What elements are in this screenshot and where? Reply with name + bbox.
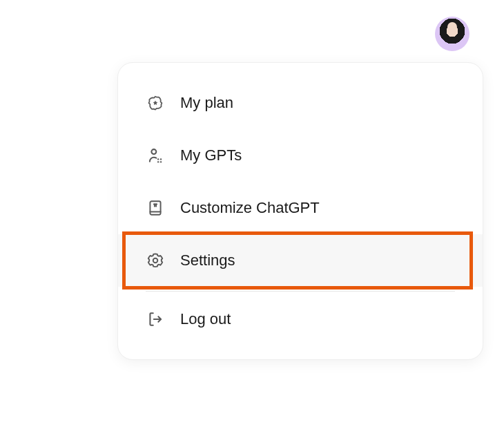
svg-point-4 [160, 161, 162, 162]
svg-point-1 [157, 158, 159, 160]
gear-icon [146, 251, 165, 270]
svg-rect-5 [150, 201, 160, 215]
user-menu: My plan My GPTs Customize ChatG [117, 62, 483, 360]
menu-item-customize-chatgpt[interactable]: Customize ChatGPT [118, 182, 483, 234]
log-out-icon [146, 310, 165, 329]
badge-star-icon [146, 93, 165, 113]
user-avatar[interactable] [435, 17, 469, 51]
menu-item-label: Customize ChatGPT [180, 199, 320, 217]
menu-item-my-gpts[interactable]: My GPTs [118, 129, 483, 182]
menu-divider [146, 291, 455, 292]
svg-point-0 [151, 149, 156, 154]
menu-item-log-out[interactable]: Log out [118, 293, 483, 345]
menu-item-label: Settings [180, 252, 235, 269]
menu-item-settings[interactable]: Settings [118, 234, 483, 287]
menu-item-label: My GPTs [180, 146, 242, 164]
instructions-book-icon [146, 198, 165, 218]
annotation-highlight [122, 231, 473, 290]
menu-item-label: Log out [180, 310, 231, 328]
menu-item-label: My plan [180, 94, 233, 112]
svg-point-3 [157, 161, 159, 162]
person-dots-icon [146, 146, 165, 165]
svg-point-2 [160, 158, 162, 160]
svg-point-6 [153, 258, 158, 263]
menu-item-my-plan[interactable]: My plan [118, 77, 483, 129]
